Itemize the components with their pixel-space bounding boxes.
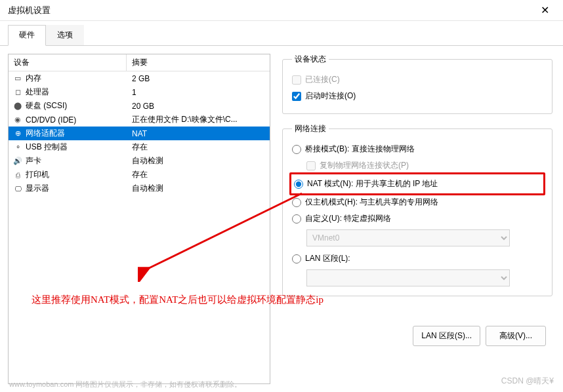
- disk-icon: ⬤: [11, 102, 24, 110]
- device-row-network[interactable]: ⊕ 网络适配器 NAT: [9, 127, 270, 140]
- bridged-radio[interactable]: [292, 145, 301, 154]
- watermark-right: CSDN @晴天¥: [501, 376, 554, 387]
- device-row-memory[interactable]: ▭ 内存 2 GB: [9, 71, 270, 85]
- device-name: 声卡: [24, 155, 127, 167]
- lan-segments-button[interactable]: LAN 区段(S)...: [413, 326, 480, 346]
- device-summary: 自动检测: [127, 183, 270, 194]
- device-name: CD/DVD (IDE): [24, 115, 127, 125]
- buttons-row: LAN 区段(S)... 高级(V)...: [282, 326, 553, 346]
- settings-panel: 设备状态 已连接(C) 启动时连接(O) 网络连接 桥接模式(B): 直接连接物…: [280, 54, 555, 384]
- device-row-sound[interactable]: 🔊 声卡 自动检测: [9, 154, 270, 168]
- network-connection-group: 网络连接 桥接模式(B): 直接连接物理网络 复制物理网络连接状态(P) NAT…: [282, 123, 553, 296]
- device-name: USB 控制器: [24, 142, 127, 153]
- device-name: 内存: [24, 73, 127, 84]
- device-name: 网络适配器: [24, 128, 127, 139]
- host-only-radio-row[interactable]: 仅主机模式(H): 与主机共享的专用网络: [292, 194, 543, 210]
- device-name: 硬盘 (SCSI): [24, 100, 127, 111]
- network-connection-legend: 网络连接: [292, 123, 329, 134]
- watermark-left: www.toymoban.com 网络图片仅供展示，非存储，如有侵权请联系删除。: [9, 380, 241, 389]
- connected-label: 已连接(C): [305, 74, 340, 85]
- lan-segment-select: [306, 269, 510, 286]
- replicate-checkbox: [306, 161, 316, 170]
- custom-radio[interactable]: [292, 214, 301, 224]
- replicate-checkbox-row: 复制物理网络连接状态(P): [292, 157, 543, 174]
- tab-options[interactable]: 选项: [46, 25, 84, 45]
- device-name: 处理器: [24, 87, 127, 98]
- device-row-cd[interactable]: ◉ CD/DVD (IDE) 正在使用文件 D:\映像文件\C...: [9, 113, 270, 127]
- connect-power-label: 启动时连接(O): [305, 90, 356, 102]
- device-status-legend: 设备状态: [292, 54, 329, 65]
- tab-hardware[interactable]: 硬件: [8, 25, 46, 46]
- device-summary: 自动检测: [127, 155, 270, 167]
- replicate-label: 复制物理网络连接状态(P): [320, 160, 409, 171]
- header-device[interactable]: 设备: [9, 54, 127, 71]
- device-list: ▭ 内存 2 GB ◻ 处理器 1 ⬤ 硬盘 (SCSI) 20 GB ◉ CD…: [9, 71, 270, 195]
- window-title: 虚拟机设置: [8, 5, 534, 16]
- host-only-label: 仅主机模式(H): 与主机共享的专用网络: [305, 197, 438, 208]
- titlebar: 虚拟机设置 ✕: [0, 0, 563, 21]
- device-summary: 存在: [127, 169, 270, 180]
- device-summary: 1: [127, 88, 270, 97]
- bridged-radio-row[interactable]: 桥接模式(B): 直接连接物理网络: [292, 141, 543, 157]
- printer-icon: ⎙: [11, 171, 24, 179]
- lan-segment-radio-row[interactable]: LAN 区段(L):: [292, 250, 543, 267]
- device-status-group: 设备状态 已连接(C) 启动时连接(O): [282, 54, 553, 114]
- custom-network-select: VMnet0: [306, 229, 510, 246]
- device-row-usb[interactable]: ⚬ USB 控制器 存在: [9, 140, 270, 154]
- sound-icon: 🔊: [11, 157, 24, 165]
- advanced-button[interactable]: 高级(V)...: [486, 326, 546, 346]
- nat-highlight: NAT 模式(N): 用于共享主机的 IP 地址: [289, 172, 545, 195]
- host-only-radio[interactable]: [292, 198, 301, 207]
- custom-radio-row[interactable]: 自定义(U): 特定虚拟网络: [292, 210, 543, 227]
- device-row-cpu[interactable]: ◻ 处理器 1: [9, 85, 270, 99]
- device-row-display[interactable]: 🖵 显示器 自动检测: [9, 182, 270, 195]
- tab-bar: 硬件 选项: [0, 21, 563, 46]
- memory-icon: ▭: [11, 74, 24, 83]
- display-icon: 🖵: [11, 185, 24, 193]
- device-name: 显示器: [24, 183, 127, 194]
- device-summary: 存在: [127, 142, 270, 153]
- device-name: 打印机: [24, 169, 127, 180]
- list-header: 设备 摘要: [9, 54, 270, 71]
- annotation-text: 这里推荐使用NAT模式，配置NAT之后也可以给虚拟环境配置静态ip: [31, 294, 323, 306]
- connect-power-checkbox[interactable]: [292, 92, 301, 101]
- nat-radio-row[interactable]: NAT 模式(N): 用于共享主机的 IP 地址: [294, 176, 541, 192]
- close-icon[interactable]: ✕: [534, 0, 555, 21]
- device-summary: 正在使用文件 D:\映像文件\C...: [127, 114, 270, 125]
- device-summary: 2 GB: [127, 74, 270, 83]
- connect-power-checkbox-row[interactable]: 启动时连接(O): [292, 88, 543, 104]
- lan-segment-radio[interactable]: [292, 254, 301, 264]
- device-row-printer[interactable]: ⎙ 打印机 存在: [9, 168, 270, 182]
- device-row-disk[interactable]: ⬤ 硬盘 (SCSI) 20 GB: [9, 99, 270, 113]
- bridged-label: 桥接模式(B): 直接连接物理网络: [305, 144, 415, 155]
- custom-label: 自定义(U): 特定虚拟网络: [305, 213, 391, 224]
- nat-label: NAT 模式(N): 用于共享主机的 IP 地址: [307, 178, 438, 189]
- device-summary: 20 GB: [127, 102, 270, 111]
- cpu-icon: ◻: [11, 88, 24, 96]
- device-summary: NAT: [127, 129, 270, 138]
- network-icon: ⊕: [11, 129, 24, 138]
- connected-checkbox-row: 已连接(C): [292, 71, 543, 88]
- device-list-panel: 设备 摘要 ▭ 内存 2 GB ◻ 处理器 1 ⬤ 硬盘 (SCSI) 20 G…: [8, 54, 270, 384]
- connected-checkbox: [292, 75, 301, 85]
- content: 设备 摘要 ▭ 内存 2 GB ◻ 处理器 1 ⬤ 硬盘 (SCSI) 20 G…: [0, 46, 563, 392]
- usb-icon: ⚬: [11, 143, 24, 151]
- nat-radio[interactable]: [294, 180, 303, 189]
- lan-segment-label: LAN 区段(L):: [305, 253, 350, 264]
- cd-icon: ◉: [11, 115, 24, 124]
- header-summary[interactable]: 摘要: [127, 54, 270, 71]
